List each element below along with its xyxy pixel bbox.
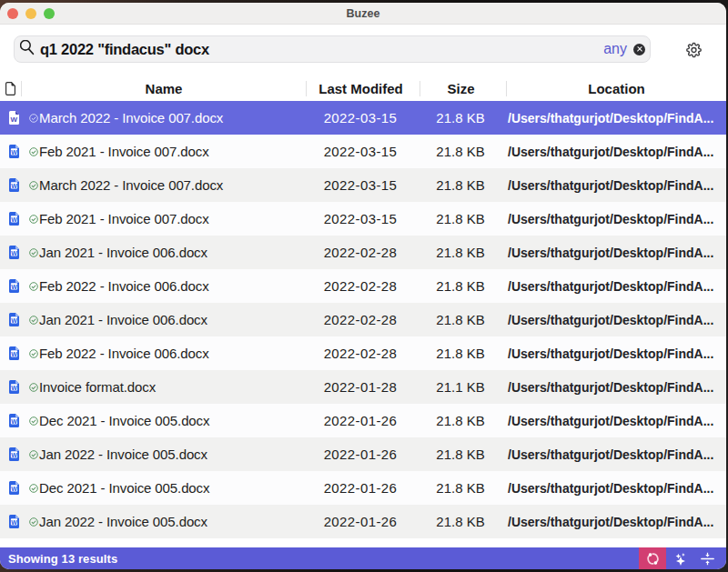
svg-text:W: W xyxy=(11,216,17,223)
svg-text:W: W xyxy=(11,519,17,526)
svg-text:W: W xyxy=(11,250,17,256)
svg-text:W: W xyxy=(11,385,17,391)
svg-text:W: W xyxy=(11,284,17,290)
svg-text:W: W xyxy=(10,115,17,124)
svg-text:W: W xyxy=(11,452,17,458)
svg-text:W: W xyxy=(11,149,17,156)
svg-text:W: W xyxy=(11,418,17,425)
svg-text:W: W xyxy=(11,351,17,357)
svg-text:W: W xyxy=(11,486,17,492)
svg-text:W: W xyxy=(11,317,17,324)
svg-text:W: W xyxy=(11,183,17,189)
